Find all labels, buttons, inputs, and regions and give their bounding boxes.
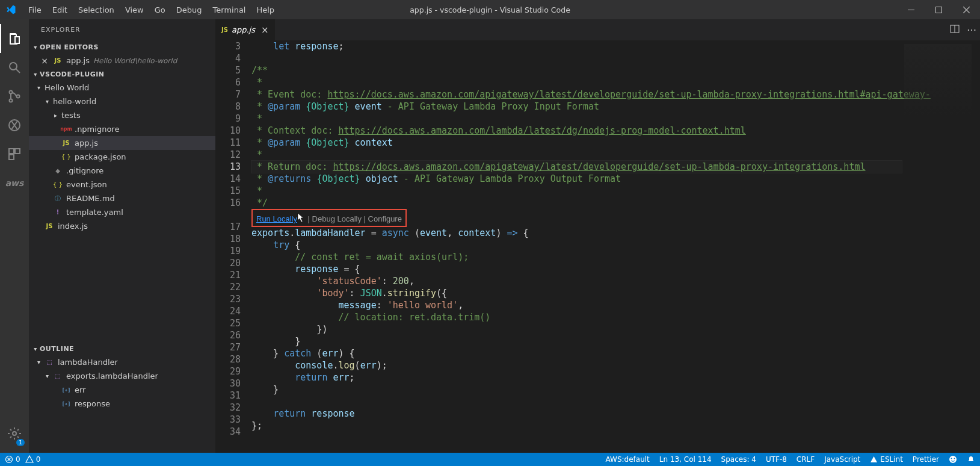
language-status[interactable]: JavaScript (819, 453, 865, 466)
code-line[interactable]: * (251, 76, 902, 89)
code-line[interactable]: * @param {Object} event - API Gateway La… (251, 101, 902, 113)
notifications-icon[interactable] (962, 453, 980, 466)
code-line[interactable]: /** (251, 64, 902, 76)
open-editor-item[interactable]: × JSapp.js Hello World\hello-world (29, 54, 215, 67)
minimap[interactable] (904, 44, 972, 116)
file-row[interactable]: { }package.json (29, 150, 215, 164)
code-line[interactable]: try { (251, 239, 902, 251)
outline-item[interactable]: [∘]response (29, 397, 215, 411)
scm-activity[interactable] (0, 82, 29, 111)
file-row[interactable]: npm.npmignore (29, 122, 215, 136)
settings-activity[interactable]: 1 (0, 419, 29, 448)
code-line[interactable] (251, 432, 902, 444)
code-line[interactable]: console.log(err); (251, 359, 902, 371)
configure-link[interactable]: Configure (368, 214, 402, 223)
outline-header[interactable]: ▾OUTLINE (29, 342, 215, 355)
code-line[interactable]: * @param {Object} context (251, 137, 902, 149)
explorer-activity[interactable] (0, 24, 29, 53)
debug-activity[interactable] (0, 111, 29, 140)
eol-status[interactable]: CRLF (792, 453, 819, 466)
menu-file[interactable]: File (23, 0, 47, 19)
code-line[interactable]: return response (251, 408, 902, 420)
folder-row[interactable]: ▾ hello-world (29, 95, 215, 108)
folder-header[interactable]: ▾VSCODE-PLUGIN (29, 67, 215, 81)
menu-selection[interactable]: Selection (73, 0, 120, 19)
extensions-activity[interactable] (0, 140, 29, 169)
eslint-status[interactable]: ESLint (865, 453, 908, 466)
code-line[interactable]: return err; (251, 371, 902, 384)
menu-terminal[interactable]: Terminal (208, 0, 251, 19)
svg-point-3 (10, 91, 13, 94)
cursor-position-status[interactable]: Ln 13, Col 114 (655, 453, 717, 466)
code-line[interactable]: * Event doc: https://docs.aws.amazon.com… (251, 89, 902, 101)
tab-app-js[interactable]: JS app.js × (215, 19, 276, 40)
svg-rect-7 (9, 149, 14, 154)
code-line[interactable]: * Context doc: https://docs.aws.amazon.c… (251, 125, 902, 137)
code-line[interactable]: message: 'hello world', (251, 299, 902, 311)
code-editor[interactable]: 345678910111213141516 171819202122232425… (215, 40, 980, 453)
code-line[interactable] (251, 396, 902, 408)
code-line[interactable]: } (251, 384, 902, 396)
svg-point-5 (17, 95, 20, 98)
explorer-sidebar: EXPLORER ▾OPEN EDITORS × JSapp.js Hello … (29, 19, 215, 453)
menu-edit[interactable]: Edit (47, 0, 73, 19)
file-row[interactable]: ⓘREADME.md (29, 191, 215, 205)
svg-point-2 (10, 63, 17, 70)
split-editor-icon[interactable] (950, 24, 960, 36)
code-line[interactable]: * (251, 149, 902, 161)
file-row[interactable]: { }event.json (29, 178, 215, 191)
tab-label: app.js (232, 25, 255, 34)
code-line[interactable] (251, 52, 902, 64)
problems-status[interactable]: 0 0 (0, 453, 45, 466)
code-line[interactable]: * (251, 113, 902, 125)
maximize-button[interactable] (925, 0, 952, 19)
folder-row[interactable]: ▾ Hello World (29, 81, 215, 95)
code-line[interactable]: }) (251, 323, 902, 335)
code-line[interactable]: * @returns {Object} object - API Gateway… (251, 173, 902, 185)
code-line[interactable]: } (251, 335, 902, 347)
vscode-logo-icon (5, 4, 17, 16)
encoding-status[interactable]: UTF-8 (761, 453, 792, 466)
close-icon[interactable]: × (261, 25, 269, 36)
chevron-right-icon: ▸ (54, 112, 61, 119)
code-line[interactable]: */ (251, 197, 902, 209)
menu-debug[interactable]: Debug (171, 0, 208, 19)
code-line[interactable]: }; (251, 420, 902, 432)
menu-go[interactable]: Go (149, 0, 171, 19)
outline-item[interactable]: [∘]err (29, 383, 215, 397)
js-icon: JS (45, 222, 54, 231)
outline-item[interactable]: ▾⬚lambdaHandler (29, 355, 215, 369)
code-line[interactable]: // location: ret.data.trim() (251, 311, 902, 323)
variable-icon: [∘] (61, 385, 71, 395)
indentation-status[interactable]: Spaces: 4 (717, 453, 761, 466)
feedback-icon[interactable] (944, 453, 962, 466)
open-editors-header[interactable]: ▾OPEN EDITORS (29, 40, 215, 54)
search-activity[interactable] (0, 53, 29, 82)
close-button[interactable] (952, 0, 980, 19)
menu-help[interactable]: Help (251, 0, 280, 19)
code-line[interactable]: let response; (251, 40, 902, 52)
close-icon[interactable]: × (40, 56, 49, 66)
file-row[interactable]: JSindex.js (29, 219, 215, 233)
aws-activity[interactable]: aws (0, 169, 29, 197)
folder-row[interactable]: ▸ tests (29, 108, 215, 122)
file-row[interactable]: JSapp.js (29, 136, 215, 150)
debug-locally-link[interactable]: Debug Locally (312, 214, 362, 223)
more-icon[interactable]: ⋯ (967, 24, 976, 36)
code-line[interactable]: // const ret = await axios(url); (251, 251, 902, 263)
code-line[interactable]: exports.lambdaHandler = async (event, co… (251, 227, 902, 239)
code-line[interactable]: 'statusCode': 200, (251, 275, 902, 287)
aws-status[interactable]: AWS:default (600, 453, 654, 466)
menu-view[interactable]: View (120, 0, 149, 19)
file-row[interactable]: !template.yaml (29, 205, 215, 219)
code-line[interactable]: * Return doc: https://docs.aws.amazon.co… (251, 161, 902, 173)
code-line[interactable]: } catch (err) { (251, 347, 902, 359)
code-line[interactable]: 'body': JSON.stringify({ (251, 287, 902, 299)
code-line[interactable]: * (251, 185, 902, 197)
minimize-button[interactable] (897, 0, 925, 19)
run-locally-link[interactable]: Run Locally (256, 214, 306, 223)
outline-item[interactable]: ▾⬚exports.lambdaHandler (29, 369, 215, 383)
code-line[interactable]: response = { (251, 263, 902, 275)
file-row[interactable]: ◆.gitignore (29, 164, 215, 178)
prettier-status[interactable]: Prettier (908, 453, 944, 466)
